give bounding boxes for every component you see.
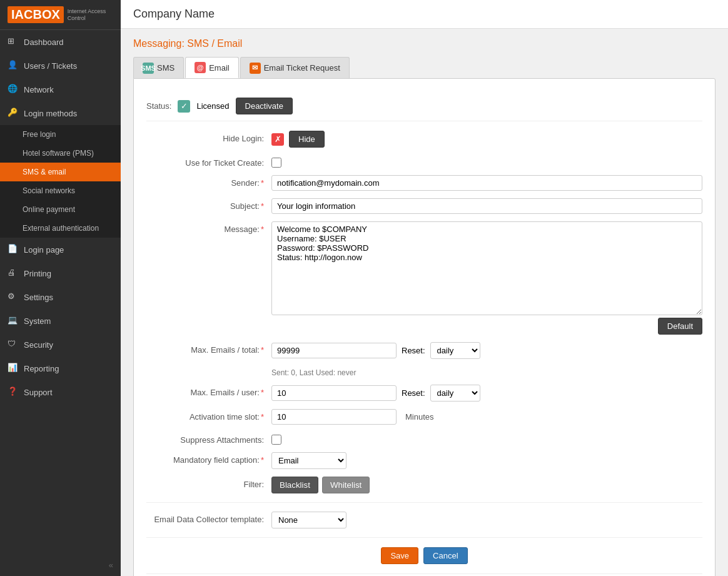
email-tab-icon: @ [195, 62, 206, 73]
reset-select[interactable]: daily weekly monthly never [430, 342, 480, 359]
hide-button[interactable]: Hide [289, 131, 325, 148]
sidebar-item-security[interactable]: 🛡 Security [0, 333, 121, 356]
sidebar-item-login-methods[interactable]: 🔑 Login methods [0, 101, 121, 125]
sender-row: Sender:* [146, 175, 702, 191]
whitelist-button[interactable]: Whitelist [322, 477, 370, 493]
sidebar-item-printing[interactable]: 🖨 Printing [0, 261, 121, 285]
hide-login-controls: ✗ Hide [271, 131, 702, 148]
subject-row: Subject:* [146, 198, 702, 214]
message-textarea[interactable]: Welcome to $COMPANY Username: $USER Pass… [271, 221, 702, 315]
sidebar-item-hotel-pms[interactable]: Hotel software (PMS) [0, 144, 121, 163]
default-button[interactable]: Default [658, 318, 702, 335]
sidebar-item-label: Login methods [24, 109, 77, 118]
main-content: Company Name Messaging: SMS / Email SMS … [121, 0, 728, 576]
licensed-text: Licensed [196, 101, 229, 111]
gear-icon: ⚙ [8, 291, 19, 303]
sidebar-item-online-payment[interactable]: Online payment [0, 200, 121, 219]
sidebar-item-label: System [24, 316, 51, 326]
logo-brand: IACBOX [8, 6, 64, 23]
sidebar-item-settings[interactable]: ⚙ Settings [0, 285, 121, 309]
message-label: Message:* [146, 221, 271, 234]
sidebar-item-label: Security [24, 340, 53, 350]
collector-label: Email Data Collector template: [146, 512, 271, 524]
network-icon: 🌐 [8, 84, 19, 95]
tab-email[interactable]: @ Email [185, 57, 239, 78]
filter-row: Filter: Blacklist Whitelist [146, 477, 702, 493]
reset-select2[interactable]: daily weekly monthly never [430, 385, 480, 402]
ticket-tab-icon: ✉ [250, 63, 261, 74]
sender-input[interactable] [271, 175, 702, 191]
company-name: Company Name [133, 8, 215, 20]
max-emails-user-controls: Reset: daily weekly monthly never [271, 385, 702, 402]
mandatory-field-select[interactable]: Email Phone Name [271, 452, 346, 469]
tab-email-label: Email [209, 63, 230, 73]
sidebar-item-external-auth[interactable]: External authentication [0, 219, 121, 238]
max-emails-user-input[interactable] [271, 385, 397, 401]
login-methods-submenu: Free login Hotel software (PMS) SMS & em… [0, 125, 121, 238]
print-icon: 🖨 [8, 268, 19, 279]
suppress-attachments-checkbox[interactable] [271, 435, 281, 445]
sidebar-item-reporting[interactable]: 📊 Reporting [0, 356, 121, 380]
sidebar-item-dashboard[interactable]: ⊞ Dashboard [0, 30, 121, 54]
mandatory-field-row: Mandatory field caption:* Email Phone Na… [146, 452, 702, 469]
deactivate-button[interactable]: Deactivate [236, 98, 293, 114]
sender-label: Sender:* [146, 175, 271, 188]
logo: IACBOX Internet Access Control [0, 0, 121, 30]
help-icon: ❓ [8, 387, 19, 398]
sent-info-text: Sent: 0, Last Used: never [271, 366, 356, 377]
users-icon: 👤 [8, 60, 19, 71]
tab-email-ticket[interactable]: ✉ Email Ticket Request [240, 57, 350, 78]
sidebar-item-users-tickets[interactable]: 👤 Users / Tickets [0, 54, 121, 78]
page-title: Messaging: SMS / Email [133, 38, 715, 49]
status-label: Status: [146, 101, 171, 111]
blacklist-button[interactable]: Blacklist [271, 477, 318, 493]
login-page-icon: 📄 [8, 244, 19, 255]
subject-input[interactable] [271, 198, 702, 214]
top-bar: Company Name [121, 0, 728, 29]
ticket-create-row: Use for Ticket Create: [146, 155, 702, 168]
ticket-create-checkbox[interactable] [271, 158, 281, 168]
sidebar-item-label: Network [24, 85, 54, 94]
sidebar-item-login-page[interactable]: 📄 Login page [0, 238, 121, 261]
sidebar-item-network[interactable]: 🌐 Network [0, 78, 121, 101]
tab-sms[interactable]: SMS SMS [133, 57, 184, 78]
max-emails-total-label: Max. Emails / total:* [146, 342, 271, 355]
sidebar-item-system[interactable]: 💻 System [0, 309, 121, 333]
sms-tab-icon: SMS [143, 63, 154, 74]
message-row: Message:* Welcome to $COMPANY Username: … [146, 221, 702, 335]
chart-icon: 📊 [8, 363, 19, 374]
sidebar-item-label: Support [24, 388, 53, 397]
save-button[interactable]: Save [381, 547, 418, 564]
sidebar-item-label: Printing [24, 269, 51, 278]
status-bar: Status: ✓ Licensed Deactivate [146, 91, 702, 121]
max-emails-user-label: Max. Emails / user:* [146, 385, 271, 397]
sidebar-item-label: Login page [24, 245, 64, 255]
sidebar-item-support[interactable]: ❓ Support [0, 380, 121, 404]
minutes-label: Minutes [402, 412, 434, 422]
activation-timeslot-row: Activation time slot:* Minutes [146, 409, 702, 425]
collector-select[interactable]: None Template 1 Template 2 [271, 512, 346, 528]
mandatory-field-label: Mandatory field caption:* [146, 452, 271, 465]
sidebar: IACBOX Internet Access Control ⊞ Dashboa… [0, 0, 121, 576]
reset-label: Reset: [402, 346, 425, 355]
subject-label: Subject:* [146, 198, 271, 211]
sidebar-item-label: Users / Tickets [24, 61, 77, 71]
sidebar-collapse-button[interactable]: « [0, 554, 121, 576]
reset-label2: Reset: [402, 388, 425, 398]
sidebar-item-sms-email[interactable]: SMS & email [0, 163, 121, 181]
filter-label: Filter: [146, 477, 271, 489]
tab-email-ticket-label: Email Ticket Request [264, 63, 340, 73]
max-emails-total-input[interactable] [271, 343, 397, 358]
cancel-button[interactable]: Cancel [423, 547, 467, 564]
sidebar-item-social-networks[interactable]: Social networks [0, 181, 121, 200]
hide-login-row: Hide Login: ✗ Hide [146, 131, 702, 148]
sidebar-item-label: Settings [24, 293, 53, 302]
logo-sub: Internet Access Control [68, 8, 113, 22]
activation-timeslot-input[interactable] [271, 409, 397, 425]
divider2 [146, 537, 702, 538]
shield-icon: 🛡 [8, 339, 19, 350]
dashboard-icon: ⊞ [8, 36, 19, 48]
hide-login-status-icon: ✗ [271, 133, 284, 146]
sidebar-item-free-login[interactable]: Free login [0, 125, 121, 144]
form-container: Status: ✓ Licensed Deactivate Hide Login… [133, 78, 715, 576]
